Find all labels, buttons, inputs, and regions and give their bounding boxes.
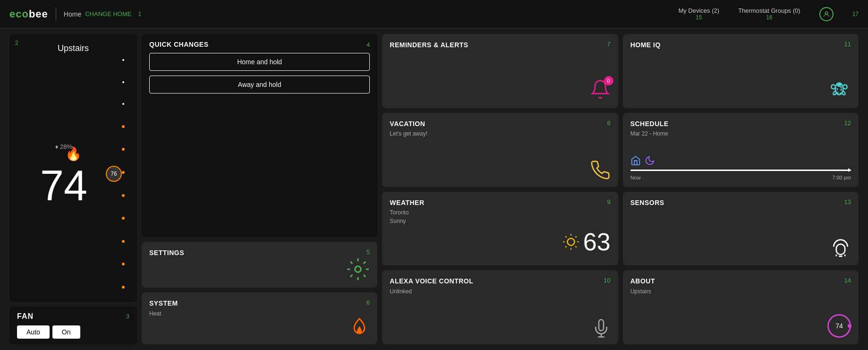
dot (122, 59, 124, 61)
sensors-number: 13 (844, 198, 851, 205)
weather-city: Toronto (390, 209, 424, 216)
my-devices-label: My Devices (2) (678, 7, 719, 14)
qc-number: 4 (366, 41, 370, 48)
humidity-text: ♦ 28% (55, 143, 72, 150)
header-home: Home CHANGE HOME 1 (64, 10, 141, 18)
system-top: SYSTEM Heat 6 (149, 299, 370, 317)
vacation-subtitle: Let's get away! (390, 130, 427, 137)
fan-auto-button[interactable]: Auto (17, 325, 50, 339)
header-divider (56, 7, 56, 21)
settings-icon (149, 257, 370, 281)
thermostat-card[interactable]: 2 Upstairs 🔥 ♦ 28% 74 76 (9, 34, 137, 302)
system-title: SYSTEM (149, 299, 178, 308)
weather-condition: Sunny (390, 218, 424, 224)
header: ecobee Home CHANGE HOME 1 My Devices (2)… (0, 0, 868, 28)
change-home-link[interactable]: CHANGE HOME (85, 10, 131, 17)
schedule-title: SCHEDULE (630, 120, 669, 128)
alexa-number: 10 (604, 277, 610, 284)
sensors-title: SENSORS (630, 198, 664, 208)
about-icon: 74 (630, 295, 851, 338)
thermostat-number: 2 (15, 40, 18, 46)
timeline-now: Now (630, 175, 641, 180)
home-iq-top: HOME IQ 11 (630, 41, 851, 50)
system-card[interactable]: SYSTEM Heat 6 (142, 292, 377, 344)
about-card[interactable]: ABOUT Upstairs 14 74 (623, 270, 859, 344)
left-column: 2 Upstairs 🔥 ♦ 28% 74 76 (9, 34, 137, 344)
my-devices-nav[interactable]: My Devices (2) 15 (678, 7, 719, 21)
about-dot (848, 324, 851, 328)
schedule-card[interactable]: SCHEDULE Mar 22 - Home 12 (623, 113, 859, 187)
settings-card[interactable]: SETTINGS 5 (142, 242, 377, 288)
vacation-top: VACATION Let's get away! 8 (390, 120, 610, 137)
away-hold-button[interactable]: Away and hold (149, 76, 370, 94)
timeline-labels: Now 7:00 pm (630, 175, 851, 180)
temp-display: 74 (40, 164, 87, 207)
thermostat-body: 🔥 ♦ 28% 74 76 (17, 53, 129, 294)
alexa-top: ALEXA VOICE CONTROL Unlinked 10 (390, 277, 610, 295)
reminders-card[interactable]: REMINDERS & ALERTS 7 0 (382, 34, 618, 108)
vacation-title: VACATION (390, 120, 425, 128)
system-subtitle: Heat (149, 310, 178, 317)
dot-orange (122, 171, 125, 174)
home-iq-title: HOME IQ (630, 41, 661, 50)
home-hold-button[interactable]: Home and hold (149, 53, 370, 71)
home-nav-number: 1 (138, 11, 141, 17)
col-1: QUICK CHANGES 4 Home and hold Away and h… (142, 34, 377, 344)
user-number: 17 (852, 11, 859, 17)
set-temp-value: 76 (111, 171, 117, 177)
alexa-card[interactable]: ALEXA VOICE CONTROL Unlinked 10 (382, 270, 618, 344)
reminders-top: REMINDERS & ALERTS 7 (390, 41, 610, 50)
qc-header: QUICK CHANGES 4 (149, 41, 370, 48)
qc-title: QUICK CHANGES (149, 41, 209, 48)
svg-line-6 (575, 246, 576, 247)
reminders-title: REMINDERS & ALERTS (390, 41, 468, 50)
home-iq-card[interactable]: HOME IQ 11 (623, 34, 859, 108)
schedule-date: Mar 22 - Home (630, 130, 669, 137)
dot-orange (122, 217, 125, 220)
settings-number: 5 (366, 248, 370, 258)
user-icon[interactable] (819, 7, 834, 21)
about-subtitle: Upstairs (630, 288, 655, 295)
alexa-icon (390, 295, 610, 338)
weather-number: 9 (607, 198, 610, 205)
system-icon (149, 317, 370, 338)
vacation-number: 8 (607, 120, 610, 127)
weather-icon: 63 (390, 224, 610, 259)
schedule-timeline: Now 7:00 pm (630, 155, 851, 180)
dot-orange (122, 240, 125, 243)
fan-header: FAN 3 (17, 312, 129, 321)
fan-buttons: Auto On (17, 325, 129, 339)
system-number: 6 (366, 299, 370, 306)
alexa-title: ALEXA VOICE CONTROL (390, 277, 473, 285)
reminders-icon: 0 (390, 50, 610, 102)
svg-point-1 (355, 266, 361, 273)
logo: ecobee (9, 8, 48, 20)
timeline-end: 7:00 pm (832, 175, 851, 180)
thermostat-groups-nav[interactable]: Thermostat Groups (0) 16 (738, 7, 800, 21)
home-iq-number: 11 (844, 41, 851, 48)
svg-line-5 (565, 236, 566, 237)
dot (122, 81, 124, 83)
vacation-icon (390, 137, 610, 180)
header-right: My Devices (2) 15 Thermostat Groups (0) … (678, 7, 859, 21)
about-number: 14 (844, 277, 851, 284)
fan-on-button[interactable]: On (52, 325, 80, 339)
center-right: QUICK CHANGES 4 Home and hold Away and h… (142, 34, 859, 344)
reminders-badge: 0 (604, 76, 613, 85)
dot-orange (122, 263, 125, 265)
weather-card[interactable]: WEATHER Toronto Sunny 9 (382, 192, 618, 266)
weather-temp: 63 (583, 230, 611, 254)
fan-label: FAN (17, 312, 34, 321)
dot-orange (122, 125, 125, 128)
set-temp-circle[interactable]: 76 (106, 166, 122, 182)
vacation-card[interactable]: VACATION Let's get away! 8 (382, 113, 618, 187)
about-temp: 74 (835, 322, 843, 330)
thermostat-groups-number: 16 (766, 14, 772, 21)
my-devices-number: 15 (696, 14, 702, 21)
dot-orange (122, 286, 125, 289)
temp-dots: 76 (122, 53, 125, 294)
sensors-icon (630, 207, 851, 259)
sensors-card[interactable]: SENSORS 13 (623, 192, 859, 266)
schedule-icons (630, 155, 851, 166)
schedule-top: SCHEDULE Mar 22 - Home 12 (630, 120, 851, 137)
